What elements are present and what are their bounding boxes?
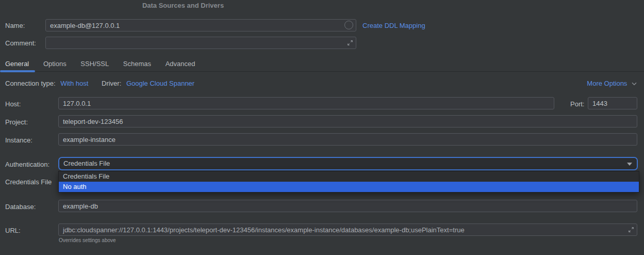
- connection-type-row: Connection type: With host Driver: Googl…: [5, 79, 194, 87]
- project-field-wrap: [58, 115, 637, 128]
- more-options-link[interactable]: More Options: [587, 79, 637, 87]
- instance-field-wrap: [58, 133, 637, 146]
- name-input[interactable]: [45, 19, 356, 31]
- comment-label: Comment:: [5, 39, 36, 47]
- name-label: Name:: [5, 22, 25, 29]
- tab-bar: General Options SSH/SSL Schemas Advanced: [0, 57, 644, 72]
- expand-icon[interactable]: [347, 40, 353, 46]
- authentication-combobox[interactable]: Credentials File: [58, 157, 638, 170]
- url-hint-text: Overrides settings above: [59, 237, 116, 243]
- driver-label: Driver:: [102, 79, 121, 87]
- comment-field-wrap: [45, 37, 356, 49]
- create-ddl-mapping-link[interactable]: Create DDL Mapping: [362, 22, 425, 29]
- url-field-wrap: [58, 224, 637, 236]
- url-label: URL:: [5, 227, 21, 234]
- instance-label: Instance:: [5, 136, 32, 144]
- driver-link[interactable]: Google Cloud Spanner: [126, 79, 194, 87]
- credentials-file-label: Credentials File: [5, 178, 52, 186]
- instance-input[interactable]: [58, 133, 637, 146]
- status-circle-icon: [344, 21, 353, 29]
- database-label: Database:: [5, 203, 36, 211]
- tab-ssh-ssl[interactable]: SSH/SSL: [80, 57, 109, 71]
- chevron-down-icon: [632, 79, 637, 87]
- data-sources-dialog: Data Sources and Drivers Name: Create DD…: [0, 0, 644, 255]
- tab-schemas[interactable]: Schemas: [123, 57, 151, 71]
- project-input[interactable]: [58, 115, 637, 128]
- port-label: Port:: [570, 100, 584, 108]
- url-input[interactable]: [58, 224, 637, 236]
- name-field-wrap: [45, 19, 356, 31]
- database-field-wrap: [58, 200, 637, 212]
- authentication-value: Credentials File: [63, 160, 110, 167]
- tab-general[interactable]: General: [5, 57, 29, 71]
- host-label: Host:: [5, 100, 21, 108]
- dropdown-item-no-auth[interactable]: No auth: [59, 182, 639, 192]
- tab-advanced[interactable]: Advanced: [166, 57, 195, 71]
- authentication-dropdown-popup: Credentials File No auth: [58, 171, 639, 193]
- connection-type-label: Connection type:: [5, 79, 56, 87]
- database-input[interactable]: [58, 200, 637, 212]
- comment-input[interactable]: [45, 37, 356, 49]
- host-input[interactable]: [58, 97, 554, 109]
- project-label: Project:: [5, 118, 28, 126]
- active-tab-underline: [0, 70, 35, 72]
- connection-type-link[interactable]: With host: [60, 79, 88, 87]
- authentication-label: Authentication:: [5, 161, 49, 168]
- dialog-title: Data Sources and Drivers: [0, 2, 366, 9]
- tab-options[interactable]: Options: [43, 57, 67, 71]
- port-input[interactable]: [588, 97, 637, 109]
- dropdown-item-credentials-file[interactable]: Credentials File: [59, 171, 639, 182]
- more-options-label[interactable]: More Options: [587, 79, 627, 87]
- host-field-wrap: [58, 97, 554, 109]
- combo-arrow-icon[interactable]: [627, 163, 632, 166]
- create-ddl-mapping-label[interactable]: Create DDL Mapping: [362, 22, 425, 29]
- expand-icon[interactable]: [628, 227, 634, 233]
- port-field-wrap: [588, 97, 637, 109]
